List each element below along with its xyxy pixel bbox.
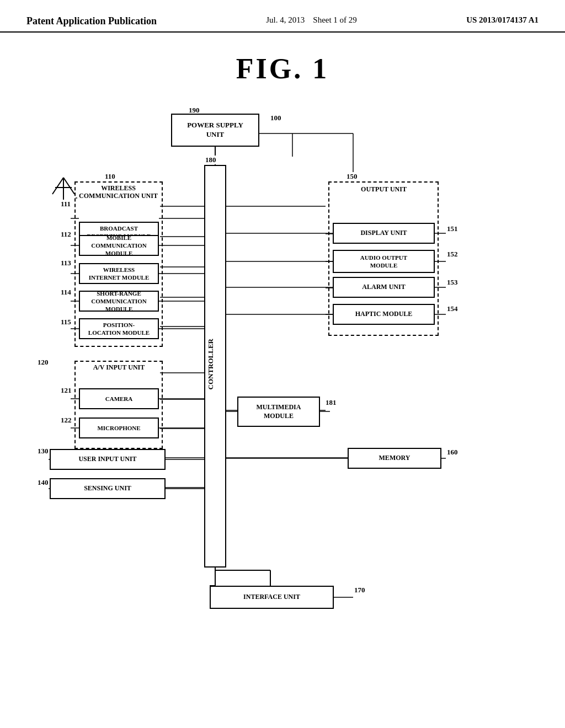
label-112: 112 [61, 230, 71, 239]
memory-box: MEMORY [348, 448, 441, 469]
label-140: 140 [38, 478, 49, 487]
label-121: 121 [61, 386, 72, 395]
label-111: 111 [61, 200, 71, 208]
microphone-box: MICROPHONE [79, 417, 159, 438]
svg-line-27 [63, 178, 74, 194]
label-152: 152 [447, 250, 458, 259]
wireless-internet-box: WIRELESS INTERNET MODULE [79, 263, 159, 284]
label-154: 154 [447, 304, 458, 313]
power-supply-box: POWER SUPPLY UNIT [171, 114, 259, 147]
display-box: DISPLAY UNIT [333, 223, 435, 244]
output-unit-label: OUTPUT UNIT [333, 185, 435, 194]
label-180: 180 [205, 156, 216, 164]
header-date-sheet: Jul. 4, 2013 Sheet 1 of 29 [266, 15, 357, 25]
label-122: 122 [61, 416, 72, 425]
label-100: 100 [270, 114, 281, 122]
page-header: Patent Application Publication Jul. 4, 2… [0, 0, 565, 33]
controller-label: CONTROLLER [206, 339, 224, 389]
label-120: 120 [38, 358, 49, 367]
label-113: 113 [61, 259, 71, 267]
label-170: 170 [354, 586, 365, 595]
haptic-box: HAPTIC MODULE [333, 304, 435, 325]
label-153: 153 [447, 278, 458, 287]
label-114: 114 [61, 288, 71, 297]
wireless-comm-label: WIRELESS COMMUNICATION UNIT [78, 184, 158, 200]
publication-title: Patent Application Publication [26, 15, 157, 27]
header-date: Jul. 4, 2013 [266, 15, 305, 24]
label-151: 151 [447, 224, 458, 233]
diagram: 190 POWER SUPPLY UNIT 100 180 CONTROLLER… [0, 90, 565, 708]
short-range-box: SHORT-RANGE COMMUNICATION MODULE [79, 291, 159, 312]
label-181: 181 [326, 398, 337, 407]
mobile-box: MOBILE COMMUNICATION MODULE [79, 235, 159, 256]
user-input-box: USER INPUT UNIT [50, 449, 166, 470]
label-160: 160 [447, 448, 458, 457]
alarm-box: ALARM UNIT [333, 277, 435, 298]
position-box: POSITION- LOCATION MODULE [79, 318, 159, 339]
header-sheet: Sheet 1 of 29 [313, 15, 357, 24]
figure-title: FIG. 1 [0, 52, 565, 85]
multimedia-box: MULTIMEDIA MODULE [237, 397, 320, 427]
label-150: 150 [347, 172, 358, 181]
label-110: 110 [105, 172, 115, 181]
label-115: 115 [61, 318, 71, 326]
patent-number: US 2013/0174137 A1 [466, 15, 539, 25]
interface-box: INTERFACE UNIT [210, 586, 334, 609]
label-130: 130 [38, 447, 49, 456]
camera-box: CAMERA [79, 388, 159, 409]
av-input-label: A/V INPUT UNIT [79, 363, 159, 372]
svg-line-26 [52, 178, 63, 194]
audio-output-box: AUDIO OUTPUT MODULE [333, 250, 435, 273]
sensing-box: SENSING UNIT [50, 478, 166, 499]
